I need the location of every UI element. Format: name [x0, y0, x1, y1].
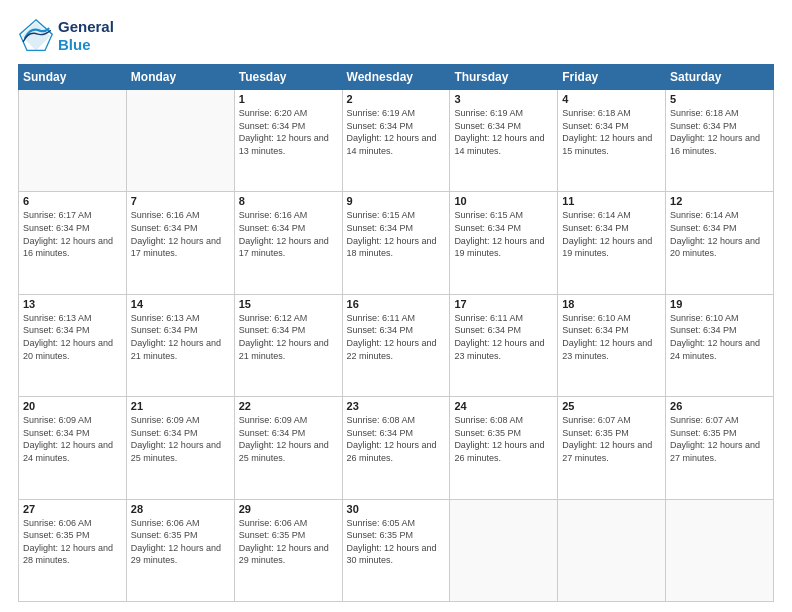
day-number: 30 — [347, 503, 446, 515]
calendar-header-cell: Wednesday — [342, 65, 450, 90]
day-info: Sunrise: 6:07 AM Sunset: 6:35 PM Dayligh… — [562, 414, 661, 464]
day-number: 14 — [131, 298, 230, 310]
day-number: 7 — [131, 195, 230, 207]
day-info: Sunrise: 6:18 AM Sunset: 6:34 PM Dayligh… — [670, 107, 769, 157]
calendar-day-cell: 14Sunrise: 6:13 AM Sunset: 6:34 PM Dayli… — [126, 294, 234, 396]
calendar-week-row: 13Sunrise: 6:13 AM Sunset: 6:34 PM Dayli… — [19, 294, 774, 396]
day-info: Sunrise: 6:11 AM Sunset: 6:34 PM Dayligh… — [454, 312, 553, 362]
calendar-day-cell: 24Sunrise: 6:08 AM Sunset: 6:35 PM Dayli… — [450, 397, 558, 499]
calendar-day-cell: 10Sunrise: 6:15 AM Sunset: 6:34 PM Dayli… — [450, 192, 558, 294]
day-info: Sunrise: 6:12 AM Sunset: 6:34 PM Dayligh… — [239, 312, 338, 362]
day-number: 22 — [239, 400, 338, 412]
day-number: 13 — [23, 298, 122, 310]
calendar-header-cell: Thursday — [450, 65, 558, 90]
calendar-day-cell: 18Sunrise: 6:10 AM Sunset: 6:34 PM Dayli… — [558, 294, 666, 396]
calendar-day-cell: 16Sunrise: 6:11 AM Sunset: 6:34 PM Dayli… — [342, 294, 450, 396]
day-number: 12 — [670, 195, 769, 207]
calendar-header-cell: Sunday — [19, 65, 127, 90]
calendar-day-cell: 22Sunrise: 6:09 AM Sunset: 6:34 PM Dayli… — [234, 397, 342, 499]
calendar-day-cell: 20Sunrise: 6:09 AM Sunset: 6:34 PM Dayli… — [19, 397, 127, 499]
calendar-day-cell — [666, 499, 774, 601]
calendar-header-cell: Friday — [558, 65, 666, 90]
day-info: Sunrise: 6:10 AM Sunset: 6:34 PM Dayligh… — [670, 312, 769, 362]
calendar-day-cell: 29Sunrise: 6:06 AM Sunset: 6:35 PM Dayli… — [234, 499, 342, 601]
calendar-day-cell: 9Sunrise: 6:15 AM Sunset: 6:34 PM Daylig… — [342, 192, 450, 294]
calendar-week-row: 6Sunrise: 6:17 AM Sunset: 6:34 PM Daylig… — [19, 192, 774, 294]
calendar-day-cell: 12Sunrise: 6:14 AM Sunset: 6:34 PM Dayli… — [666, 192, 774, 294]
calendar-header-cell: Tuesday — [234, 65, 342, 90]
day-number: 10 — [454, 195, 553, 207]
day-number: 20 — [23, 400, 122, 412]
logo-icon — [18, 18, 54, 54]
calendar-day-cell: 2Sunrise: 6:19 AM Sunset: 6:34 PM Daylig… — [342, 90, 450, 192]
day-number: 3 — [454, 93, 553, 105]
calendar-day-cell: 17Sunrise: 6:11 AM Sunset: 6:34 PM Dayli… — [450, 294, 558, 396]
day-number: 6 — [23, 195, 122, 207]
calendar-day-cell: 26Sunrise: 6:07 AM Sunset: 6:35 PM Dayli… — [666, 397, 774, 499]
calendar-table: SundayMondayTuesdayWednesdayThursdayFrid… — [18, 64, 774, 602]
day-info: Sunrise: 6:15 AM Sunset: 6:34 PM Dayligh… — [347, 209, 446, 259]
calendar-header-cell: Monday — [126, 65, 234, 90]
day-info: Sunrise: 6:14 AM Sunset: 6:34 PM Dayligh… — [562, 209, 661, 259]
day-info: Sunrise: 6:09 AM Sunset: 6:34 PM Dayligh… — [23, 414, 122, 464]
calendar-week-row: 20Sunrise: 6:09 AM Sunset: 6:34 PM Dayli… — [19, 397, 774, 499]
calendar-day-cell: 1Sunrise: 6:20 AM Sunset: 6:34 PM Daylig… — [234, 90, 342, 192]
day-number: 1 — [239, 93, 338, 105]
calendar-day-cell: 19Sunrise: 6:10 AM Sunset: 6:34 PM Dayli… — [666, 294, 774, 396]
day-number: 19 — [670, 298, 769, 310]
day-info: Sunrise: 6:18 AM Sunset: 6:34 PM Dayligh… — [562, 107, 661, 157]
calendar-day-cell: 30Sunrise: 6:05 AM Sunset: 6:35 PM Dayli… — [342, 499, 450, 601]
day-info: Sunrise: 6:17 AM Sunset: 6:34 PM Dayligh… — [23, 209, 122, 259]
day-info: Sunrise: 6:06 AM Sunset: 6:35 PM Dayligh… — [23, 517, 122, 567]
day-number: 24 — [454, 400, 553, 412]
day-info: Sunrise: 6:20 AM Sunset: 6:34 PM Dayligh… — [239, 107, 338, 157]
day-info: Sunrise: 6:13 AM Sunset: 6:34 PM Dayligh… — [23, 312, 122, 362]
calendar-day-cell: 27Sunrise: 6:06 AM Sunset: 6:35 PM Dayli… — [19, 499, 127, 601]
day-number: 27 — [23, 503, 122, 515]
calendar-day-cell: 21Sunrise: 6:09 AM Sunset: 6:34 PM Dayli… — [126, 397, 234, 499]
day-number: 23 — [347, 400, 446, 412]
day-info: Sunrise: 6:13 AM Sunset: 6:34 PM Dayligh… — [131, 312, 230, 362]
calendar-day-cell — [19, 90, 127, 192]
logo: General Blue — [18, 18, 114, 54]
calendar-week-row: 27Sunrise: 6:06 AM Sunset: 6:35 PM Dayli… — [19, 499, 774, 601]
day-number: 16 — [347, 298, 446, 310]
day-number: 5 — [670, 93, 769, 105]
page: General Blue SundayMondayTuesdayWednesda… — [0, 0, 792, 612]
calendar-day-cell: 8Sunrise: 6:16 AM Sunset: 6:34 PM Daylig… — [234, 192, 342, 294]
calendar-day-cell — [558, 499, 666, 601]
calendar-day-cell: 25Sunrise: 6:07 AM Sunset: 6:35 PM Dayli… — [558, 397, 666, 499]
day-info: Sunrise: 6:05 AM Sunset: 6:35 PM Dayligh… — [347, 517, 446, 567]
calendar-day-cell: 4Sunrise: 6:18 AM Sunset: 6:34 PM Daylig… — [558, 90, 666, 192]
calendar-body: 1Sunrise: 6:20 AM Sunset: 6:34 PM Daylig… — [19, 90, 774, 602]
day-info: Sunrise: 6:19 AM Sunset: 6:34 PM Dayligh… — [347, 107, 446, 157]
logo-text: General Blue — [58, 18, 114, 54]
day-info: Sunrise: 6:11 AM Sunset: 6:34 PM Dayligh… — [347, 312, 446, 362]
day-info: Sunrise: 6:19 AM Sunset: 6:34 PM Dayligh… — [454, 107, 553, 157]
calendar-day-cell: 3Sunrise: 6:19 AM Sunset: 6:34 PM Daylig… — [450, 90, 558, 192]
day-info: Sunrise: 6:16 AM Sunset: 6:34 PM Dayligh… — [239, 209, 338, 259]
calendar-day-cell: 15Sunrise: 6:12 AM Sunset: 6:34 PM Dayli… — [234, 294, 342, 396]
calendar-week-row: 1Sunrise: 6:20 AM Sunset: 6:34 PM Daylig… — [19, 90, 774, 192]
day-info: Sunrise: 6:10 AM Sunset: 6:34 PM Dayligh… — [562, 312, 661, 362]
day-number: 29 — [239, 503, 338, 515]
day-info: Sunrise: 6:08 AM Sunset: 6:35 PM Dayligh… — [454, 414, 553, 464]
day-number: 11 — [562, 195, 661, 207]
day-info: Sunrise: 6:06 AM Sunset: 6:35 PM Dayligh… — [239, 517, 338, 567]
day-info: Sunrise: 6:16 AM Sunset: 6:34 PM Dayligh… — [131, 209, 230, 259]
calendar-header-row: SundayMondayTuesdayWednesdayThursdayFrid… — [19, 65, 774, 90]
calendar-day-cell: 7Sunrise: 6:16 AM Sunset: 6:34 PM Daylig… — [126, 192, 234, 294]
day-number: 17 — [454, 298, 553, 310]
day-number: 4 — [562, 93, 661, 105]
calendar-day-cell: 13Sunrise: 6:13 AM Sunset: 6:34 PM Dayli… — [19, 294, 127, 396]
day-number: 28 — [131, 503, 230, 515]
calendar-day-cell — [450, 499, 558, 601]
day-info: Sunrise: 6:06 AM Sunset: 6:35 PM Dayligh… — [131, 517, 230, 567]
day-number: 2 — [347, 93, 446, 105]
calendar-header-cell: Saturday — [666, 65, 774, 90]
day-info: Sunrise: 6:15 AM Sunset: 6:34 PM Dayligh… — [454, 209, 553, 259]
calendar-day-cell: 5Sunrise: 6:18 AM Sunset: 6:34 PM Daylig… — [666, 90, 774, 192]
day-info: Sunrise: 6:09 AM Sunset: 6:34 PM Dayligh… — [131, 414, 230, 464]
day-info: Sunrise: 6:14 AM Sunset: 6:34 PM Dayligh… — [670, 209, 769, 259]
calendar-day-cell — [126, 90, 234, 192]
